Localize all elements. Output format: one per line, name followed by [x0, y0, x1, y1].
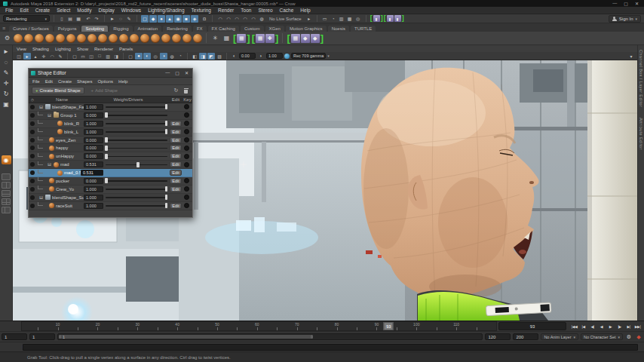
- shape-editor-close-button[interactable]: ✕: [185, 70, 189, 75]
- lock-icon[interactable]: ◘: [201, 15, 208, 23]
- shape-editor-menu-options[interactable]: Options: [97, 79, 113, 84]
- edit-button[interactable]: Edit: [170, 153, 182, 159]
- auto-keyframe-icon[interactable]: ◆: [635, 333, 642, 341]
- shape-editor-maximize-button[interactable]: ▢: [175, 70, 179, 75]
- row-visibility-dot[interactable]: [30, 154, 35, 158]
- key-dot-icon[interactable]: [184, 186, 189, 192]
- sculpt-fill-brush-icon[interactable]: [140, 34, 149, 43]
- sculpt-repeat-brush-icon[interactable]: [98, 34, 107, 43]
- shape-editor-menu-shapes[interactable]: Shapes: [77, 79, 92, 84]
- weight-value-field[interactable]: 1.000: [84, 104, 103, 110]
- step-forward-key-icon[interactable]: |▶: [615, 323, 624, 330]
- lasso-tool-icon[interactable]: ◌: [2, 57, 11, 66]
- sign-in-button[interactable]: Sign In▾: [609, 15, 641, 23]
- weight-value-field[interactable]: 1.000: [84, 121, 103, 127]
- sculpt-objects-icon[interactable]: ▦: [222, 33, 232, 43]
- panel-menu-show[interactable]: Show: [77, 47, 88, 51]
- shape-editor-menu-file[interactable]: File: [32, 79, 40, 84]
- weight-value-field[interactable]: 0.000: [84, 112, 103, 118]
- edit-button[interactable]: Edit: [170, 170, 182, 176]
- fog-icon[interactable]: ▨: [216, 53, 223, 60]
- chevron-down-icon[interactable]: ▾: [627, 53, 635, 60]
- shelf-options-gear-icon[interactable]: ⚙: [2, 33, 12, 43]
- paint-select-tool-icon[interactable]: ✎: [2, 68, 11, 77]
- row-visibility-dot[interactable]: [30, 204, 35, 208]
- sculpt-pinch-brush-icon[interactable]: [56, 34, 65, 43]
- oversan-icon[interactable]: ◠: [48, 53, 56, 60]
- key-dot-icon[interactable]: [184, 137, 189, 143]
- use-all-lights-icon[interactable]: ◎: [152, 53, 159, 60]
- weight-value-field[interactable]: 0.000: [84, 137, 103, 143]
- motion-blur-icon[interactable]: ◔: [176, 53, 184, 60]
- step-back-frame-icon[interactable]: |◀: [579, 323, 587, 330]
- edit-button[interactable]: Edit: [170, 161, 182, 167]
- column-weight-drivers[interactable]: Weight/Drivers: [87, 97, 169, 102]
- xray-joints-icon[interactable]: ◨: [199, 53, 207, 60]
- 2d-pan-zoom-icon[interactable]: ✛: [40, 53, 48, 60]
- render-settings-icon[interactable]: ▩: [346, 15, 354, 23]
- shape-row-blink-r[interactable]: blink_R1.000Edit: [29, 120, 192, 128]
- shelf-tab-rendering[interactable]: Rendering: [163, 26, 192, 32]
- row-visibility-dot[interactable]: [30, 146, 35, 150]
- edit-button[interactable]: Edit: [170, 203, 182, 209]
- column-name[interactable]: Name: [36, 97, 87, 102]
- menu-lighting-shading[interactable]: Lighting/Shading: [148, 8, 184, 13]
- resolution-gate-icon[interactable]: ▭: [79, 53, 87, 60]
- gamma-field[interactable]: ◗1.00: [257, 53, 283, 60]
- shelf-menu-icon[interactable]: ≡: [2, 26, 5, 31]
- shelf-tab-fx-caching[interactable]: FX Caching: [208, 26, 239, 32]
- current-frame-marker[interactable]: 93: [384, 322, 394, 330]
- key-dot-icon[interactable]: [184, 112, 189, 118]
- key-dot-icon[interactable]: [184, 178, 189, 183]
- render-view-icon[interactable]: ▭: [321, 15, 329, 23]
- weight-value-field[interactable]: 0.531: [81, 170, 103, 176]
- menu-toon[interactable]: Toon: [241, 8, 251, 13]
- weight-slider[interactable]: [106, 145, 167, 152]
- menu-set-selector[interactable]: Rendering▾: [3, 15, 50, 22]
- step-back-key-icon[interactable]: ◀|: [588, 323, 596, 330]
- row-visibility-dot[interactable]: [30, 170, 35, 175]
- shape-editor-titlebar[interactable]: Shape Editor — ▢ ✕: [29, 69, 192, 78]
- camera-bookmark-icon[interactable]: ▸: [23, 53, 31, 60]
- shape-row-mad-0-531[interactable]: mad_0.5310.531Edit: [29, 169, 192, 177]
- key-dot-icon[interactable]: [184, 203, 189, 208]
- textured-icon[interactable]: ◐: [143, 53, 151, 60]
- menu-create[interactable]: Create: [35, 8, 51, 13]
- mask-component-icon[interactable]: ●: [158, 15, 165, 23]
- menu-stereo[interactable]: Stereo: [258, 8, 272, 13]
- play-backwards-icon[interactable]: ◀: [597, 323, 606, 330]
- shape-editor-window[interactable]: Shape Editor — ▢ ✕ FileEditCreateShapesO…: [28, 68, 193, 218]
- go-to-start-icon[interactable]: |◀◀: [570, 323, 578, 330]
- sidebar-tab-attribute-editor[interactable]: Attribute Editor: [639, 118, 643, 150]
- weight-slider[interactable]: [106, 186, 167, 192]
- ambient-occlusion-icon[interactable]: ◍: [168, 53, 176, 60]
- shape-row-crew-yo[interactable]: Crew_Yo1.000Edit: [29, 186, 192, 194]
- shape-editor-menu-edit[interactable]: Edit: [45, 79, 53, 84]
- shape-editor-menu-create[interactable]: Create: [58, 79, 72, 84]
- ipr-render-icon[interactable]: ▥: [338, 15, 345, 23]
- close-button[interactable]: ✕: [635, 1, 639, 6]
- shelf-tab-xgen[interactable]: XGen: [265, 26, 284, 32]
- command-line-input[interactable]: [23, 344, 638, 351]
- command-language-toggle[interactable]: MEL: [0, 345, 23, 349]
- menu-cache[interactable]: Cache: [280, 8, 294, 13]
- single-pane-layout-icon[interactable]: [2, 173, 11, 180]
- range-slider-bar[interactable]: 1: [59, 335, 313, 339]
- shelf-tab-rigging[interactable]: Rigging: [109, 26, 132, 32]
- exposure-field[interactable]: ◖0.00: [230, 53, 256, 60]
- grab-sculpt-tool-icon[interactable]: ◉: [2, 155, 11, 164]
- sculpt-relax-brush-icon[interactable]: [35, 34, 44, 43]
- shape-row-blendshape-face[interactable]: ⊟blendShape_Face1.000: [29, 103, 192, 112]
- weight-slider[interactable]: [106, 153, 167, 160]
- shelf-tab-fx[interactable]: FX: [193, 26, 207, 32]
- row-visibility-dot[interactable]: [30, 138, 35, 143]
- key-dot-icon[interactable]: [184, 146, 189, 151]
- launch-render-icon[interactable]: ◎: [354, 15, 362, 23]
- key-dot-icon[interactable]: [184, 195, 189, 200]
- sort-icon[interactable]: ◇: [29, 97, 36, 102]
- sculpt-wax-brush-icon[interactable]: [119, 34, 128, 43]
- new-scene-icon[interactable]: ▯: [58, 15, 66, 23]
- film-gate-icon[interactable]: ▢: [71, 53, 78, 60]
- menu-select[interactable]: Select: [57, 8, 70, 13]
- bracketed-plugin-icon[interactable]: [▮]: [370, 15, 383, 22]
